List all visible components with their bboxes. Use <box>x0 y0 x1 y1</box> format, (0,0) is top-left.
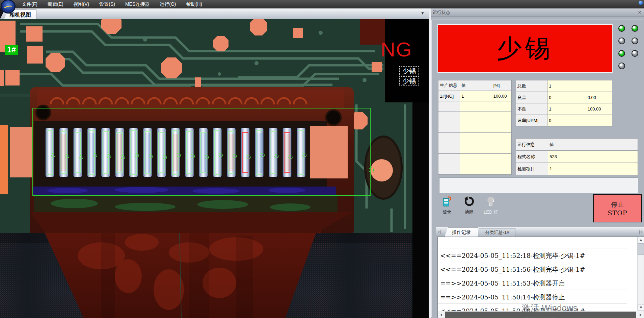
log-column-divider <box>629 237 629 311</box>
log-entry[interactable]: <<==2024-05-05_11:51:56-检测完毕-少锡-1# <box>438 262 627 276</box>
menu-item-5[interactable]: 运行(O) <box>155 0 181 8</box>
log-entry[interactable]: ==>>2024-05-05_11:51:53-检测器开启 <box>438 276 627 290</box>
login-button[interactable]: 登录 <box>437 195 456 217</box>
scroll-right-icon[interactable] <box>637 311 644 318</box>
log-tab-bar: ◁ 操作记录 分类汇总-1# ▷ <box>436 227 644 237</box>
value-cell <box>586 115 612 126</box>
table-header-cell: 值 <box>548 139 638 151</box>
row-label-cell: 1#[NG] <box>438 91 460 101</box>
table-header-cell: 运行信息 <box>516 139 548 151</box>
row-label-cell <box>438 101 460 112</box>
scroll-down-icon[interactable] <box>638 304 644 311</box>
row-label-cell <box>438 164 460 175</box>
table-row <box>438 112 512 122</box>
light-bulb-icon <box>481 195 500 208</box>
table-row <box>438 101 512 112</box>
stop-button-label-en: STOP <box>608 209 627 217</box>
flex-cable-flare <box>30 212 353 233</box>
led-light-button[interactable]: LED 灯 <box>481 195 500 217</box>
pcb-inspection-image <box>0 19 429 318</box>
status-led <box>632 38 638 44</box>
led-button-label: LED 灯 <box>481 209 500 215</box>
status-led <box>618 63 625 69</box>
chevron-down-icon[interactable]: ▼ <box>421 11 427 16</box>
status-led <box>618 50 625 57</box>
connector-hole <box>36 105 50 120</box>
menu-item-2[interactable]: 视图(V) <box>69 0 95 8</box>
log-entry[interactable]: <<==2024-05-05_11:50:10-检测完毕-少锡-1# <box>438 304 627 311</box>
alarm-display: 少锡 <box>437 24 613 73</box>
close-icon[interactable]: × <box>638 8 641 17</box>
value-cell <box>460 133 492 143</box>
logo-swoosh <box>3 5 14 11</box>
production-table: 生产信息值[%]1#[NG]1100.00 <box>438 80 512 175</box>
row-label-cell: 不良 <box>516 103 547 115</box>
value-cell <box>492 101 511 112</box>
table-row: 总数1 <box>516 80 612 92</box>
station-badge: 1# <box>5 45 18 55</box>
alarm-text: 少锡 <box>497 32 554 66</box>
value-cell: 0 <box>547 115 586 126</box>
connector-hole <box>326 110 341 125</box>
table-row: 检测项目1 <box>516 163 638 175</box>
value-cell: 100.00 <box>492 91 511 101</box>
value-cell: 1 <box>460 91 492 101</box>
notification-dot-icon[interactable] <box>639 1 643 5</box>
table-row: 速率[UPM]0 <box>516 115 612 126</box>
refresh-icon <box>460 195 479 208</box>
camera-viewport[interactable]: 1# NG 少锡 少锡 <box>0 19 429 318</box>
value-cell <box>460 143 492 154</box>
table-row: 不良1100.00 <box>516 103 612 115</box>
tab-scroll-left-icon[interactable]: ◁ <box>437 229 441 234</box>
scroll-up-icon[interactable] <box>638 237 644 243</box>
log-entry[interactable]: ==>>2024-05-05_11:50:14-检测器停止 <box>438 290 627 304</box>
row-label-cell <box>438 143 460 154</box>
tab-operation-log[interactable]: 操作记录 <box>445 227 478 237</box>
menu-item-4[interactable]: MES连接器 <box>120 0 155 8</box>
table-row: 程式名称523 <box>516 151 638 163</box>
value-cell <box>492 143 511 154</box>
scroll-left-icon[interactable] <box>438 311 445 318</box>
vertical-scroll-thumb[interactable] <box>638 243 644 255</box>
log-entry[interactable]: <<==2024-05-05_11:52:18-检测完毕-少锡-1# <box>438 248 627 262</box>
stop-button-label-cn: 停止 <box>611 200 624 209</box>
status-led <box>618 25 625 32</box>
table-row <box>438 154 512 164</box>
menu-item-1[interactable]: 编辑(E) <box>43 0 69 8</box>
horizontal-scrollbar[interactable] <box>438 311 644 318</box>
tab-scroll-right-icon[interactable]: ▷ <box>639 229 643 234</box>
defect-label: 少锡 <box>399 66 419 75</box>
value-cell <box>492 164 511 175</box>
tab-class-summary[interactable]: 分类汇总-1# <box>479 228 515 237</box>
horizontal-scroll-thumb[interactable] <box>445 312 636 318</box>
table-header-cell: 值 <box>460 80 492 91</box>
vertical-scrollbar[interactable] <box>637 237 644 311</box>
clear-button-label: 清除 <box>460 209 479 215</box>
table-row <box>438 143 512 154</box>
run-info-table: 运行信息值程式名称523检测项目1 <box>516 138 638 175</box>
panel-border <box>431 20 432 317</box>
app-logo-icon[interactable] <box>1 0 16 14</box>
status-led <box>618 38 625 44</box>
table-row: 1#[NG]1100.00 <box>438 91 512 101</box>
value-cell <box>586 80 612 92</box>
table-header-row: 生产信息值[%] <box>438 80 512 91</box>
defect-label: 少锡 <box>399 76 419 85</box>
row-label-cell: 程式名称 <box>516 151 548 163</box>
menu-item-6[interactable]: 帮助(H) <box>181 0 207 8</box>
row-label-cell <box>438 122 460 133</box>
row-label-cell: 速率[UPM] <box>516 115 547 126</box>
clear-button[interactable]: 清除 <box>460 195 479 217</box>
value-cell: 1 <box>547 80 586 92</box>
stop-button[interactable]: 停止 STOP <box>593 194 642 222</box>
value-cell <box>460 164 492 175</box>
menu-item-0[interactable]: 文件(F) <box>17 0 43 8</box>
camera-tab-bar: 相机视图 ▼ <box>0 8 429 19</box>
menu-bar: 文件(F)编辑(E)视图(V)设置(S)MES连接器运行(O)帮助(H) <box>0 0 644 8</box>
tab-camera-view-label: 相机视图 <box>9 12 31 18</box>
value-cell: 1 <box>548 163 638 175</box>
row-label-cell: 检测项目 <box>516 163 548 175</box>
row-label-cell <box>438 112 460 122</box>
menu-item-3[interactable]: 设置(S) <box>94 0 120 8</box>
value-cell: 0.00 <box>586 92 612 103</box>
